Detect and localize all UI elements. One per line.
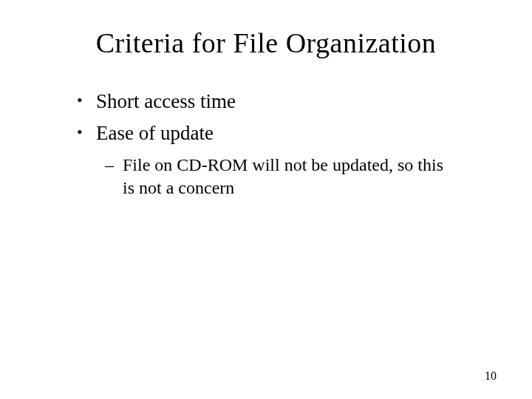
bullet-item: Ease of update File on CD-ROM will not b… <box>96 120 488 200</box>
slide-title: Criteria for File Organization <box>44 27 488 59</box>
sub-list: File on CD-ROM will not be updated, so t… <box>96 154 488 200</box>
bullet-text: Ease of update <box>96 122 214 144</box>
sub-bullet-text: File on CD-ROM will not be updated, so t… <box>123 155 443 197</box>
sub-item: File on CD-ROM will not be updated, so t… <box>123 154 488 200</box>
bullet-item: Short access time <box>96 89 488 115</box>
page-number: 10 <box>485 369 497 383</box>
slide-container: Criteria for File Organization Short acc… <box>0 0 532 399</box>
bullet-text: Short access time <box>96 90 236 112</box>
bullet-list: Short access time Ease of update File on… <box>44 89 488 200</box>
